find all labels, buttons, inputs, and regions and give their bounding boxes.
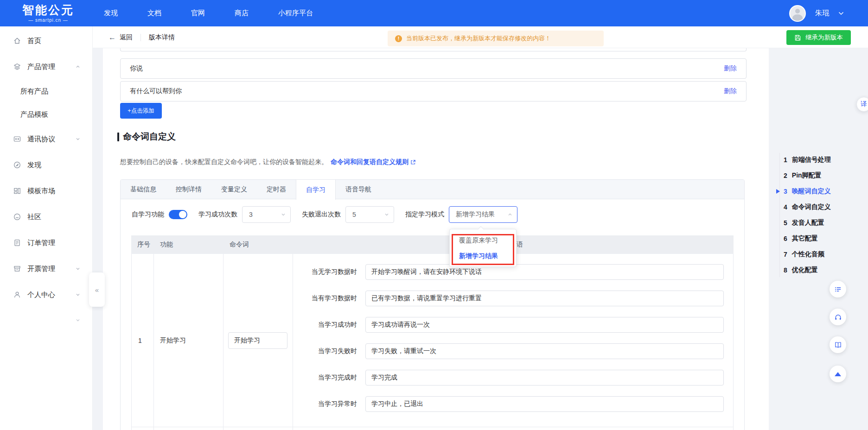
avatar-head-icon <box>795 9 800 13</box>
chevron-down-icon[interactable] <box>838 12 844 15</box>
reply-input[interactable]: 学习完成 <box>365 370 724 386</box>
sidebar-item-discover[interactable]: 发现 <box>0 152 92 178</box>
anchor-item-optimize-config[interactable]: 8优化配置 <box>784 262 831 278</box>
sidebar-item-product-templates[interactable]: 产品模板 <box>0 103 92 126</box>
command-input[interactable]: 开始学习 <box>228 332 287 349</box>
divider <box>140 34 141 41</box>
anchor-item-speaker-config[interactable]: 5发音人配置 <box>784 215 831 231</box>
anchor-rail <box>779 153 780 277</box>
fail-count-label: 失败退出次数 <box>302 210 341 219</box>
inherit-version-button[interactable]: 继承为新版本 <box>786 30 851 45</box>
nav-item-website[interactable]: 官网 <box>191 9 205 18</box>
home-icon <box>13 37 21 45</box>
toggle-knob <box>179 211 186 218</box>
reply-row: 当学习成功时 学习成功请再说一次 <box>302 317 724 333</box>
anchor-nav: 1前端信号处理 2Pin脚配置 3唤醒词自定义 4命令词自定义 5发音人配置 6… <box>784 152 831 278</box>
learning-mode-select[interactable]: 新增学习结果 覆盖原来学习 新增学习结果 <box>449 206 517 223</box>
fail-count-select[interactable]: 5 <box>345 206 394 223</box>
anchor-item-wakeword[interactable]: 3唤醒词自定义 <box>784 183 831 199</box>
sidebar-item-protocol[interactable]: 通讯协议 <box>0 126 92 152</box>
sidebar-item-template-market[interactable]: 模板市场 <box>0 178 92 204</box>
version-warning-banner: ! 当前版本已发布，继承为新版本才能保存修改的内容！ <box>388 31 604 46</box>
user-menu[interactable]: 朱琨 <box>789 5 844 22</box>
archive-icon <box>13 265 21 273</box>
docs-button[interactable] <box>830 336 846 353</box>
back-to-top-button[interactable] <box>830 366 846 382</box>
logo-title: 智能公元 <box>22 4 74 16</box>
back-arrow-icon[interactable]: ← <box>108 33 116 42</box>
tab-variables[interactable]: 变量定义 <box>211 180 257 199</box>
breadcrumb: ← 返回 版本详情 <box>108 26 175 48</box>
sidebar-item-community[interactable]: 社区 <box>0 204 92 230</box>
translate-button[interactable]: 译 <box>856 97 868 112</box>
sidebar-item-orders[interactable]: 订单管理 <box>0 230 92 256</box>
tab-timer[interactable]: 定时器 <box>257 180 296 199</box>
sidebar-item-product-mgmt[interactable]: 产品管理 <box>0 54 92 80</box>
nav-item-miniapp[interactable]: 小程序平台 <box>278 9 313 18</box>
nav-item-discover[interactable]: 发现 <box>104 9 118 18</box>
nav-item-store[interactable]: 商店 <box>235 9 249 18</box>
dropdown-option-overwrite[interactable]: 覆盖原来学习 <box>450 232 516 248</box>
anchor-item-personal-audio[interactable]: 7个性化音频 <box>784 247 831 262</box>
mode-label: 指定学习模式 <box>405 210 444 219</box>
cell-function: 开始学习 <box>154 254 223 427</box>
delete-link[interactable]: 删除 <box>724 64 737 73</box>
tab-self-learning[interactable]: 自学习 <box>296 180 336 200</box>
success-count-select[interactable]: 3 <box>242 206 291 223</box>
sidebar-collapse-handle[interactable]: « <box>89 272 105 307</box>
command-table: 序号 功能 命令词 回复语 1 开始学习 开始学习 当无学习数据时 开始学习唤醒… <box>131 235 734 430</box>
sidebar-item-home[interactable]: 首页 <box>0 28 92 54</box>
phrase-row[interactable]: 有什么可以帮到你 删除 <box>120 81 747 101</box>
chevron-up-icon <box>508 212 512 217</box>
avatar[interactable] <box>789 5 806 22</box>
phrase-row[interactable]: 你说 删除 <box>120 58 747 79</box>
reply-input[interactable]: 开始学习唤醒词，请在安静环境下说话 <box>365 264 724 280</box>
dropdown-option-append[interactable]: 新增学习结果 <box>450 248 516 264</box>
back-button[interactable]: 返回 <box>120 33 133 42</box>
cell-index: 1 <box>132 254 154 427</box>
add-phrase-button[interactable]: +点击添加 <box>120 103 162 119</box>
previous-section-cutoff <box>120 48 747 51</box>
anchor-item-command-custom[interactable]: 4命令词自定义 <box>784 199 831 215</box>
user-name: 朱琨 <box>815 9 829 18</box>
reply-input[interactable]: 学习中止，已退出 <box>365 396 724 412</box>
translate-icon: 译 <box>861 100 867 108</box>
sidebar-item-invoice[interactable]: 开票管理 <box>0 256 92 282</box>
tab-voice-nav[interactable]: 语音导航 <box>336 180 381 199</box>
arrow-up-icon <box>835 372 841 376</box>
col-header-command: 命令词 <box>223 240 293 249</box>
app-logo[interactable]: 智能公元 — smartpi.cn — <box>22 4 74 23</box>
active-anchor-arrow-icon <box>776 189 780 194</box>
reply-input[interactable]: 学习成功请再说一次 <box>365 317 724 333</box>
cell-command: 开始学习 <box>223 254 293 427</box>
toggle-label: 自学习功能 <box>132 210 164 219</box>
warning-icon: ! <box>395 35 402 42</box>
anchor-item-other-config[interactable]: 6其它配置 <box>784 231 831 247</box>
logo-subtitle: — smartpi.cn — <box>28 18 68 23</box>
tab-bar: 基础信息 控制详情 变量定义 定时器 自学习 语音导航 <box>121 180 744 199</box>
reply-input[interactable]: 已有学习数据，请说重置学习进行重置 <box>365 291 724 306</box>
sidebar-item-personal-center[interactable]: 个人中心 <box>0 282 92 308</box>
tab-control-detail[interactable]: 控制详情 <box>166 180 211 199</box>
rules-link[interactable]: 命令词和回复语自定义规则 <box>331 158 416 166</box>
self-learning-toggle[interactable] <box>169 210 187 219</box>
anchor-item-frontend-signal[interactable]: 1前端信号处理 <box>784 152 831 168</box>
delete-link[interactable]: 删除 <box>724 87 737 95</box>
external-link-icon <box>410 159 416 165</box>
reply-input[interactable]: 学习失败，请重试一次 <box>365 343 724 359</box>
save-icon <box>794 34 801 41</box>
support-button[interactable] <box>830 309 846 325</box>
nav-item-docs[interactable]: 文档 <box>147 9 161 18</box>
sidebar-extra-chevron[interactable] <box>0 314 92 326</box>
form-list-button[interactable] <box>830 281 846 297</box>
page-title: 版本详情 <box>149 33 175 42</box>
section-title: 命令词自定义 <box>123 131 176 143</box>
reply-row: 当学习失败时 学习失败，请重试一次 <box>302 343 724 359</box>
chevron-down-icon <box>76 137 80 141</box>
sidebar-item-all-products[interactable]: 所有产品 <box>0 80 92 103</box>
success-count-label: 学习成功次数 <box>198 210 237 219</box>
tab-basic-info[interactable]: 基础信息 <box>121 180 166 199</box>
warning-text: 当前版本已发布，继承为新版本才能保存修改的内容！ <box>406 34 551 43</box>
anchor-item-pin-config[interactable]: 2Pin脚配置 <box>784 168 831 183</box>
grid-icon <box>13 187 21 195</box>
